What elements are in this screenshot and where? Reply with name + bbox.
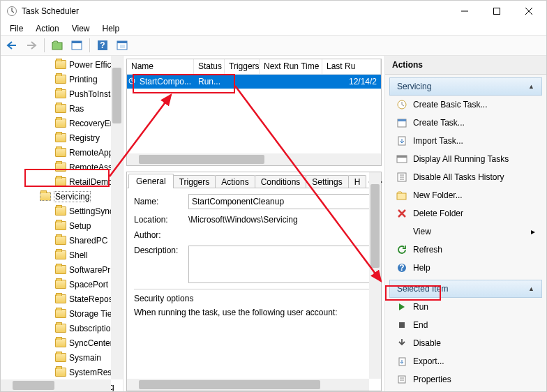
tree-item-shell[interactable]: Shell [1, 248, 111, 262]
folder-icon [55, 294, 66, 303]
action-label: Refresh [413, 245, 442, 255]
name-label: Name: [134, 197, 188, 206]
svg-rect-1 [494, 8, 500, 15]
action-label: View [413, 227, 431, 236]
actions-section-selected[interactable]: Selected Item▲ [389, 280, 542, 298]
toolbar-folder-button[interactable] [49, 37, 66, 54]
tree-item-ras[interactable]: Ras [1, 101, 111, 116]
description-input[interactable] [188, 246, 374, 283]
name-input[interactable] [188, 194, 374, 209]
tab-settings[interactable]: Settings [306, 175, 348, 188]
tree-item-synccenter[interactable]: SyncCenter [1, 336, 111, 350]
maximize-button[interactable] [481, 1, 513, 21]
folder-icon [55, 148, 66, 157]
tree-item-label: RecoveryEn [69, 119, 114, 128]
tab-conditions[interactable]: Conditions [255, 175, 307, 188]
action-view[interactable]: View▸ [389, 223, 542, 241]
menu-help[interactable]: Help [98, 23, 125, 34]
action-properties[interactable]: Properties [389, 370, 542, 389]
toolbar-help-button[interactable]: ? [94, 37, 111, 54]
folder-icon [55, 338, 66, 347]
forward-button[interactable] [23, 37, 40, 54]
actions-section-servicing[interactable]: Servicing▲ [389, 77, 542, 96]
tree-item-label: Printing [69, 75, 98, 84]
location-label: Location: [134, 215, 188, 225]
action-export[interactable]: Export... [389, 352, 542, 370]
tab-history[interactable]: H [348, 175, 367, 188]
minimize-button[interactable] [449, 1, 481, 21]
tree-item-softwarepr[interactable]: SoftwarePr [1, 262, 111, 277]
tab-actions[interactable]: Actions [215, 175, 255, 188]
tree-item-power effic[interactable]: Power Effic [1, 57, 111, 72]
folder-icon [55, 353, 66, 362]
action-run[interactable]: Run [389, 298, 542, 316]
action-delete-folder[interactable]: Delete Folder [389, 204, 542, 223]
svg-rect-13 [398, 119, 406, 121]
action-import-task[interactable]: Import Task... [389, 132, 542, 150]
menu-action[interactable]: Action [31, 23, 63, 34]
tree-item-label: RetailDemo [69, 177, 113, 187]
tree-item-label: RemoteAss [69, 163, 112, 172]
action-display-all-running-tasks[interactable]: Display All Running Tasks [389, 150, 542, 168]
details-scrollbar-h[interactable] [127, 379, 369, 391]
tree-item-settingsync[interactable]: SettingSync [1, 204, 111, 218]
col-nextrun[interactable]: Next Run Time [260, 59, 322, 74]
tree-item-remoteass[interactable]: RemoteAss [1, 160, 111, 174]
action-create-basic-task[interactable]: Create Basic Task... [389, 96, 542, 114]
action-label: Display All Running Tasks [413, 154, 509, 164]
menu-file[interactable]: File [5, 23, 28, 34]
tree-panel: Power EfficPrintingPushToInstaRasRecover… [1, 56, 123, 391]
tree-item-spaceport[interactable]: SpacePort [1, 277, 111, 292]
tab-general[interactable]: General [128, 174, 174, 188]
action-disable-all-tasks-history[interactable]: Disable All Tasks History [389, 168, 542, 186]
tree-item-registry[interactable]: Registry [1, 130, 111, 145]
col-triggers[interactable]: Triggers [225, 59, 260, 74]
action-disable[interactable]: Disable [389, 334, 542, 352]
task-list: Name Status Triggers Next Run Time Last … [126, 59, 382, 166]
action-help[interactable]: ?Help [389, 259, 542, 277]
menu-view[interactable]: View [67, 23, 95, 34]
tree-item-statereposi[interactable]: StateReposi [1, 292, 111, 306]
action-end[interactable]: End [389, 316, 542, 334]
tree-item-sysmain[interactable]: Sysmain [1, 350, 111, 365]
action-create-task[interactable]: Create Task... [389, 114, 542, 132]
folder-icon [55, 104, 66, 113]
folder-icon [55, 265, 66, 274]
list-scrollbar-h[interactable] [127, 153, 381, 165]
toolbar-window-button[interactable] [114, 37, 130, 54]
tree-item-label: RemoteApp [69, 148, 113, 158]
details-scrollbar-v[interactable] [369, 172, 381, 379]
tree-item-storage tie[interactable]: Storage Tie [1, 306, 111, 321]
tree-item-label: StateReposi [69, 294, 114, 304]
toolbar: ? [1, 35, 546, 56]
tree-item-sharedpc[interactable]: SharedPC [1, 233, 111, 248]
tree-item-remoteapp[interactable]: RemoteApp [1, 145, 111, 160]
col-status[interactable]: Status [194, 59, 225, 74]
tree-item-printing[interactable]: Printing [1, 72, 111, 86]
tree-item-systemrest[interactable]: SystemRest [1, 365, 111, 379]
location-value: \Microsoft\Windows\Servicing [188, 215, 374, 225]
action-refresh[interactable]: Refresh [389, 241, 542, 259]
action-label: New Folder... [413, 190, 463, 200]
tree-item-subscriptio[interactable]: Subscriptio [1, 321, 111, 336]
col-lastrun[interactable]: Last Ru [322, 59, 381, 74]
toolbar-panel-button[interactable] [68, 37, 85, 54]
task-row[interactable]: StartCompo... Run... 12/14/2 [127, 75, 381, 89]
action-label: Disable [413, 338, 441, 348]
tree-item-pushtoinsta[interactable]: PushToInsta [1, 86, 111, 101]
col-name[interactable]: Name [127, 59, 194, 74]
back-button[interactable] [3, 37, 20, 54]
action-new-folder[interactable]: New Folder... [389, 186, 542, 204]
tree-scrollbar-h[interactable] [1, 379, 111, 391]
folder-icon [55, 206, 66, 216]
action-icon [396, 226, 407, 237]
tree-item-servicing[interactable]: Servicing [1, 189, 111, 204]
tree-item-setup[interactable]: Setup [1, 218, 111, 233]
tree-item-retaildemo[interactable]: RetailDemo [1, 174, 111, 189]
folder-icon [55, 309, 66, 318]
action-icon [396, 319, 407, 331]
close-button[interactable] [513, 1, 545, 21]
tree-scrollbar-v[interactable] [111, 56, 123, 379]
tree-item-recoveryen[interactable]: RecoveryEn [1, 116, 111, 130]
tab-triggers[interactable]: Triggers [173, 175, 216, 188]
